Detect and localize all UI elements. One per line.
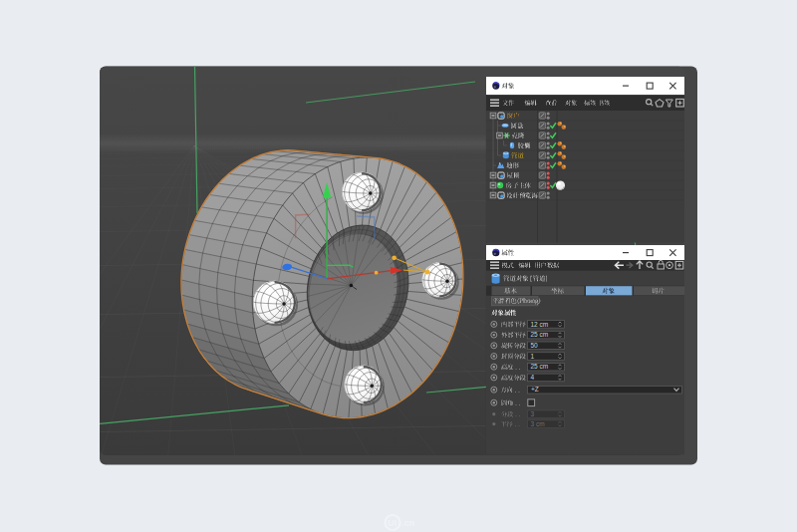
svg-text:25 cm: 25 cm	[531, 331, 549, 338]
svg-text:50: 50	[531, 342, 539, 349]
svg-text:4: 4	[531, 374, 535, 381]
svg-text:1: 1	[531, 353, 535, 360]
svg-text:.cn: .cn	[401, 518, 414, 528]
svg-text:12 cm: 12 cm	[531, 321, 549, 328]
svg-text:3 cm: 3 cm	[531, 420, 545, 427]
svg-text:25 cm: 25 cm	[531, 363, 549, 370]
svg-text:3: 3	[531, 410, 535, 417]
svg-text:+Z: +Z	[531, 386, 539, 393]
svg-text:UI: UI	[388, 518, 397, 528]
